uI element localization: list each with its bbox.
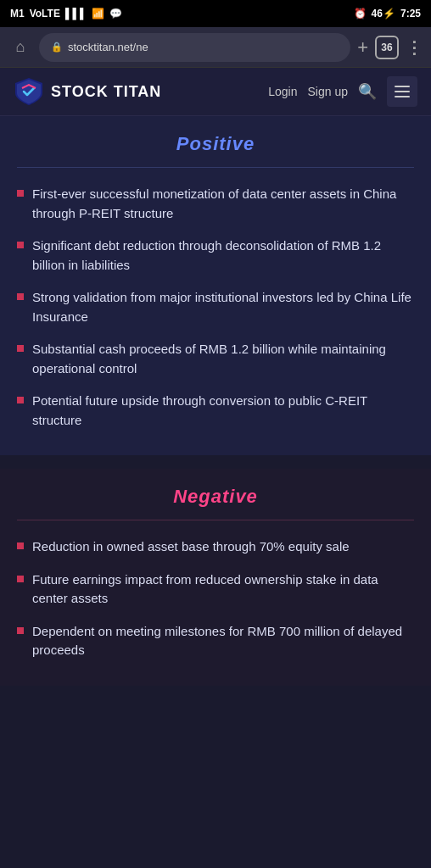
battery-label: 46⚡ xyxy=(372,8,395,19)
list-item: Reduction in owned asset base through 70… xyxy=(17,537,414,557)
logo-shield-icon xyxy=(14,76,44,107)
negative-bullet-list: Reduction in owned asset base through 70… xyxy=(17,537,414,660)
time-label: 7:25 xyxy=(400,8,421,19)
bullet-text: Strong validation from major institution… xyxy=(32,288,414,326)
bullet-text: First-ever successful monetization of da… xyxy=(32,185,414,223)
list-item: First-ever successful monetization of da… xyxy=(17,185,414,223)
bullet-icon xyxy=(17,345,24,352)
negative-section: Negative Reduction in owned asset base t… xyxy=(0,469,431,686)
home-button[interactable]: ⌂ xyxy=(8,36,32,59)
bullet-text: Dependent on meeting milestones for RMB … xyxy=(32,622,414,660)
list-item: Potential future upside through conversi… xyxy=(17,392,414,430)
bullet-text: Reduction in owned asset base through 70… xyxy=(32,537,414,557)
search-icon[interactable]: 🔍 xyxy=(358,82,377,101)
bullet-text: Potential future upside through conversi… xyxy=(32,392,414,430)
lock-icon: 🔒 xyxy=(51,42,63,53)
new-tab-button[interactable]: + xyxy=(357,36,368,58)
url-bar[interactable]: 🔒 stocktitan.net/ne xyxy=(39,33,350,62)
positive-bullet-list: First-ever successful monetization of da… xyxy=(17,185,414,430)
browser-bar: ⌂ 🔒 stocktitan.net/ne + 36 ⋮ xyxy=(0,27,431,68)
bullet-icon xyxy=(17,293,24,300)
hamburger-line-2 xyxy=(395,91,410,92)
bullet-text: Future earnings impact from reduced owne… xyxy=(32,570,414,609)
wifi-icon: 📶 xyxy=(92,8,104,19)
url-text: stocktitan.net/ne xyxy=(68,41,148,53)
list-item: Strong validation from major institution… xyxy=(17,288,414,326)
bullet-icon xyxy=(17,190,24,197)
login-link[interactable]: Login xyxy=(268,85,297,98)
bullet-icon xyxy=(17,397,24,403)
list-item: Dependent on meeting milestones for RMB … xyxy=(17,622,414,660)
status-left: M1 VoLTE ▌▌▌ 📶 💬 xyxy=(10,8,122,19)
nav-bar: STOCK TITAN Login Sign up 🔍 xyxy=(0,68,431,116)
bullet-icon xyxy=(17,576,24,582)
bullet-icon xyxy=(17,542,24,549)
message-icon: 💬 xyxy=(109,8,122,19)
signup-link[interactable]: Sign up xyxy=(308,85,348,98)
positive-divider xyxy=(17,167,414,168)
bullet-icon xyxy=(17,627,24,634)
alarm-icon: ⏰ xyxy=(354,8,367,19)
positive-section: Positive First-ever successful monetizat… xyxy=(0,116,431,455)
bullet-icon xyxy=(17,242,24,248)
hamburger-line-3 xyxy=(395,96,410,97)
list-item: Substantial cash proceeds of RMB 1.2 bil… xyxy=(17,340,414,378)
logo-text: STOCK TITAN xyxy=(51,83,161,101)
carrier-label: M1 xyxy=(10,8,25,19)
hamburger-line-1 xyxy=(395,86,410,87)
network-label: VoLTE xyxy=(30,8,60,19)
hamburger-menu-button[interactable] xyxy=(387,76,417,107)
status-right: ⏰ 46⚡ 7:25 xyxy=(354,8,421,19)
logo-container: STOCK TITAN xyxy=(14,76,161,107)
signal-icon: ▌▌▌ xyxy=(65,8,87,19)
negative-title: Negative xyxy=(17,486,414,508)
bullet-text: Substantial cash proceeds of RMB 1.2 bil… xyxy=(32,340,414,378)
nav-links: Login Sign up 🔍 xyxy=(268,76,417,107)
status-bar: M1 VoLTE ▌▌▌ 📶 💬 ⏰ 46⚡ 7:25 xyxy=(0,0,431,27)
list-item: Future earnings impact from reduced owne… xyxy=(17,570,414,609)
browser-menu-button[interactable]: ⋮ xyxy=(406,37,423,58)
main-content: Positive First-ever successful monetizat… xyxy=(0,116,431,686)
negative-divider xyxy=(17,520,414,520)
positive-title: Positive xyxy=(17,133,414,155)
list-item: Significant debt reduction through decon… xyxy=(17,236,414,275)
tab-count-badge[interactable]: 36 xyxy=(375,36,399,59)
bullet-text: Significant debt reduction through decon… xyxy=(32,236,414,275)
